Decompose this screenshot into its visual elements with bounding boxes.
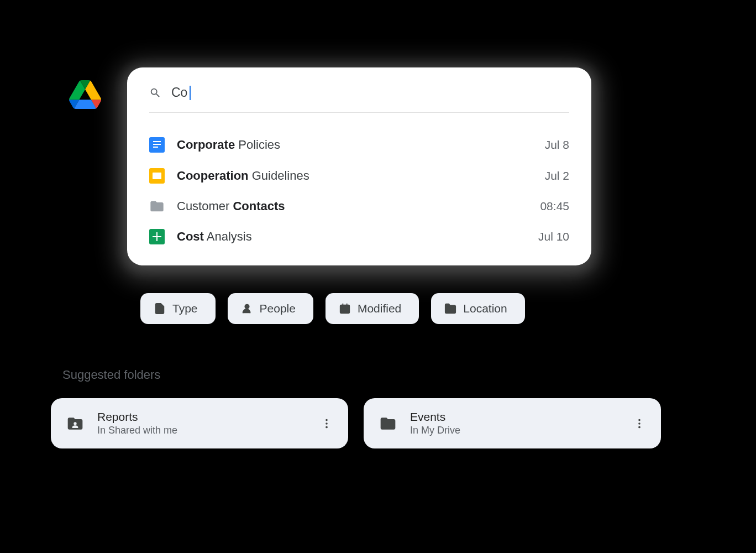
folder-location: In Shared with me [97, 425, 177, 436]
chip-location[interactable]: Location [431, 293, 524, 324]
drive-logo-icon [69, 80, 101, 109]
result-row-3[interactable]: Cost Analysis Jul 10 [149, 221, 569, 252]
filter-chips: Type People Modified Location [140, 293, 525, 324]
svg-point-16 [638, 422, 641, 425]
result-date: Jul 10 [538, 230, 569, 243]
folder-solid-icon [379, 416, 397, 431]
result-row-1[interactable]: Cooperation Guidelines Jul 2 [149, 160, 569, 191]
svg-point-15 [638, 419, 641, 421]
svg-point-11 [74, 422, 76, 425]
result-row-2[interactable]: Customer Contacts 08:45 [149, 191, 569, 221]
search-input[interactable]: Co [171, 85, 191, 100]
folder-location: In My Drive [410, 425, 460, 436]
slides-icon [149, 168, 165, 184]
svg-point-6 [245, 305, 249, 309]
folder-card-reports[interactable]: Reports In Shared with me [51, 398, 348, 448]
result-date: Jul 2 [545, 169, 569, 182]
person-icon [241, 302, 253, 315]
svg-rect-1 [153, 144, 161, 145]
result-name: Cost Analysis [177, 229, 252, 244]
chip-label: Location [463, 302, 507, 315]
result-name: Corporate Policies [177, 138, 280, 152]
chip-label: People [260, 302, 296, 315]
more-options-icon[interactable] [633, 418, 645, 430]
folder-outline-icon [444, 302, 456, 315]
folder-icon [149, 200, 165, 213]
chip-label: Modified [358, 302, 401, 315]
svg-rect-0 [153, 141, 161, 142]
svg-point-17 [638, 426, 641, 428]
chip-type[interactable]: Type [140, 293, 216, 324]
file-icon [154, 302, 166, 315]
search-query-text: Co [171, 85, 187, 100]
folder-name: Reports [97, 410, 177, 424]
svg-rect-2 [153, 147, 158, 148]
chip-modified[interactable]: Modified [326, 293, 419, 324]
search-row[interactable]: Co [149, 85, 569, 113]
result-row-0[interactable]: Corporate Policies Jul 8 [149, 129, 569, 160]
more-options-icon[interactable] [321, 418, 333, 430]
folder-name: Events [410, 410, 460, 424]
calendar-icon [339, 302, 351, 315]
result-date: Jul 8 [545, 138, 569, 152]
svg-point-14 [326, 426, 328, 428]
suggested-heading: Suggested folders [62, 368, 160, 382]
result-name: Cooperation Guidelines [177, 169, 309, 183]
suggested-folders-row: Reports In Shared with me Events In My D… [51, 398, 661, 448]
result-date: 08:45 [540, 200, 569, 213]
result-name: Customer Contacts [177, 199, 285, 213]
svg-rect-3 [153, 173, 161, 179]
sheets-icon [149, 229, 165, 244]
chip-people[interactable]: People [228, 293, 313, 324]
text-cursor [190, 86, 191, 100]
search-card: Co Corporate Policies Jul 8 Cooperation … [127, 67, 591, 265]
svg-point-12 [326, 419, 328, 421]
docs-icon [149, 137, 165, 153]
chip-label: Type [172, 302, 198, 315]
shared-folder-icon [66, 416, 84, 431]
svg-point-13 [326, 422, 328, 425]
search-icon [149, 87, 161, 99]
folder-card-events[interactable]: Events In My Drive [364, 398, 661, 448]
svg-rect-7 [340, 305, 350, 314]
